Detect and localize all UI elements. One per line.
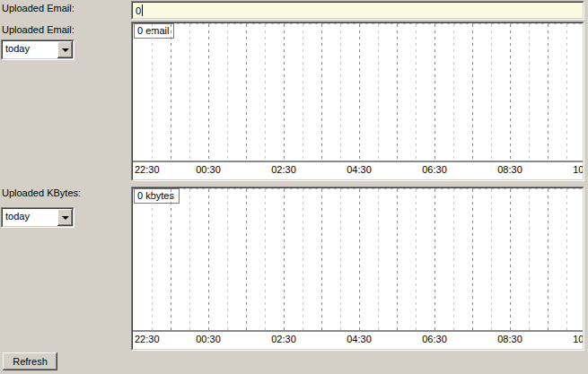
email-period-select-field[interactable]: today <box>2 40 74 59</box>
minor-gridline <box>303 24 303 161</box>
uploaded-email-chart-label: Uploaded Email: <box>2 24 75 35</box>
minor-gridline <box>378 24 379 161</box>
x-axis-label: 06:30 <box>422 334 447 344</box>
chart-value-badge: 0 kbytes <box>134 188 180 204</box>
minor-gridline <box>566 24 567 161</box>
x-axis-label: 04:30 <box>347 164 372 175</box>
chevron-down-icon <box>62 48 69 52</box>
kbytes-period-select-field[interactable]: today <box>2 208 74 227</box>
x-axis-labels: 22:3000:3002:3004:3006:3008:3010:30 <box>133 332 583 349</box>
minor-gridline <box>152 24 153 161</box>
minor-gridline <box>152 189 153 330</box>
minor-gridline <box>529 24 530 161</box>
major-gridline <box>397 24 398 161</box>
x-axis-label: 22:30 <box>135 334 160 344</box>
minor-gridline <box>265 24 266 161</box>
minor-gridline <box>189 24 190 161</box>
kbytes-period-select[interactable]: today <box>1 207 75 228</box>
chart-value-badge: 0 email <box>134 23 174 39</box>
minor-gridline <box>453 24 454 161</box>
x-axis-labels: 22:3000:3002:3004:3006:3008:3010:30 <box>133 162 583 179</box>
minor-gridline <box>340 189 341 330</box>
uploaded-email-chart-canvas: 0 email 22:3000:3002:3004:3006:3008:3010… <box>132 22 584 180</box>
major-gridline <box>208 189 209 330</box>
major-gridline <box>510 24 511 161</box>
major-gridline <box>359 24 360 161</box>
major-gridline <box>284 189 285 330</box>
minor-gridline <box>227 24 228 161</box>
minor-gridline <box>265 189 266 330</box>
uploaded-kbytes-chart: 0 kbytes 22:3000:3002:3004:3006:3008:301… <box>131 187 584 351</box>
kbytes-period-select-value: today <box>3 209 57 226</box>
x-axis-label: 06:30 <box>422 164 447 175</box>
major-gridline <box>359 189 360 330</box>
uploaded-email-input-frame: 0 <box>131 1 584 20</box>
plot-area: 0 kbytes <box>133 188 583 330</box>
major-gridline <box>321 24 322 161</box>
email-period-dropdown-button[interactable] <box>57 41 73 58</box>
x-axis-label: 10:30 <box>573 164 584 175</box>
minor-gridline <box>491 189 492 330</box>
minor-gridline <box>227 189 228 330</box>
plot-area: 0 email <box>133 23 583 161</box>
x-axis-label: 08:30 <box>497 334 522 344</box>
uploaded-email-input[interactable]: 0 <box>132 2 584 19</box>
major-gridline <box>510 189 511 330</box>
x-axis-label: 08:30 <box>497 164 522 175</box>
chevron-down-icon <box>62 216 69 220</box>
major-gridline <box>284 24 285 161</box>
minor-gridline <box>340 24 341 161</box>
uploaded-email-input-value: 0 <box>136 5 141 16</box>
major-gridline <box>171 189 171 330</box>
x-axis-label: 10:30 <box>573 334 584 344</box>
uploaded-kbytes-label: Uploaded KBytes: <box>2 187 81 198</box>
major-gridline <box>472 189 473 330</box>
uploaded-email-chart: 0 email 22:3000:3002:3004:3006:3008:3010… <box>131 22 584 181</box>
x-axis-label: 22:30 <box>135 164 160 175</box>
major-gridline <box>246 189 247 330</box>
minor-gridline <box>189 189 190 330</box>
minor-gridline <box>566 189 567 330</box>
x-axis-label: 04:30 <box>347 334 372 344</box>
app-window: Uploaded Email: Uploaded Email: today Up… <box>0 0 588 374</box>
x-axis-label: 00:30 <box>196 334 221 344</box>
major-gridline <box>434 24 435 161</box>
major-gridline <box>548 189 549 330</box>
text-caret <box>142 4 143 16</box>
kbytes-period-dropdown-button[interactable] <box>57 209 73 226</box>
minor-gridline <box>303 189 303 330</box>
major-gridline <box>321 189 322 330</box>
minor-gridline <box>491 24 492 161</box>
uploaded-email-count-label: Uploaded Email: <box>2 3 75 13</box>
major-gridline <box>397 189 398 330</box>
x-axis-label: 02:30 <box>271 334 296 344</box>
major-gridline <box>171 24 171 161</box>
uploaded-kbytes-chart-canvas: 0 kbytes 22:3000:3002:3004:3006:3008:301… <box>132 187 584 350</box>
major-gridline <box>434 189 435 330</box>
minor-gridline <box>416 24 417 161</box>
x-axis-label: 00:30 <box>196 164 221 175</box>
major-gridline <box>472 24 473 161</box>
email-period-select-value: today <box>3 41 57 58</box>
minor-gridline <box>453 189 454 330</box>
major-gridline <box>548 24 549 161</box>
minor-gridline <box>416 189 417 330</box>
minor-gridline <box>529 189 530 330</box>
minor-gridline <box>378 189 379 330</box>
refresh-button[interactable]: Refresh <box>3 352 57 370</box>
major-gridline <box>246 24 247 161</box>
major-gridline <box>208 24 209 161</box>
email-period-select[interactable]: today <box>1 39 75 60</box>
x-axis-label: 02:30 <box>271 164 296 175</box>
